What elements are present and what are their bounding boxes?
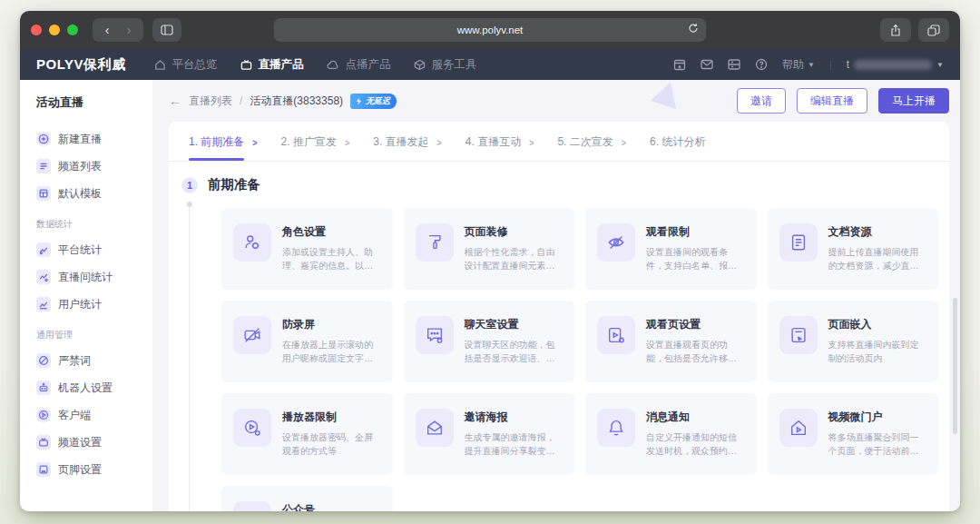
- sidebar-item-robot-settings[interactable]: 机器人设置: [36, 374, 143, 401]
- sidebar-item-platform-stats[interactable]: 平台统计: [36, 236, 143, 263]
- history-nav-group: ‹ ›: [93, 18, 143, 42]
- card-desc: 将多场直播聚合到同一个页面，便于活动前期的宣发...: [828, 430, 927, 458]
- sidebar-item-new-live[interactable]: 新建直播: [36, 125, 143, 153]
- tab-preparation[interactable]: 1. 前期准备>: [189, 122, 258, 161]
- archive-icon[interactable]: [673, 59, 686, 71]
- card-title: 视频微门户: [828, 410, 927, 425]
- nav-label: 直播产品: [258, 57, 303, 73]
- live-tv-icon: [240, 59, 252, 71]
- breadcrumb-current: 活动直播(3833358): [250, 94, 343, 109]
- sidebar-item-default-template[interactable]: 默认模板: [36, 180, 143, 207]
- sidebar-toggle-button[interactable]: [152, 18, 181, 42]
- tab-live-launch[interactable]: 3. 直播发起>: [373, 122, 442, 161]
- share-icon: [889, 24, 902, 37]
- card-player-restriction[interactable]: 播放器限制设置播放器密码、全屏观看的方式等: [221, 393, 393, 475]
- breadcrumb-separator: /: [240, 94, 242, 107]
- sidebar-item-channel-list[interactable]: 频道列表: [36, 153, 143, 180]
- robot-icon: [36, 381, 51, 395]
- timeline-dot: [187, 202, 192, 207]
- breadcrumb-live-list[interactable]: 直播列表: [189, 94, 232, 109]
- nav-item-platform-overview[interactable]: 平台总览: [154, 57, 217, 73]
- section-number-badge: 1: [181, 177, 198, 193]
- browser-forward-button[interactable]: ›: [118, 23, 140, 37]
- card-document-resource[interactable]: 文档资源提前上传直播期间使用的文档资源，减少直播中的失...: [768, 208, 939, 290]
- mail-icon[interactable]: [701, 59, 713, 70]
- card-wechat-official[interactable]: 公众号适用于直播间引流至公众号或客服，沉淀用户至私域...: [221, 486, 393, 511]
- sidebar-item-client[interactable]: 客户端: [36, 401, 143, 429]
- template-icon: [36, 186, 51, 201]
- player-restriction-icon: [233, 409, 271, 447]
- sidebar-item-label: 用户统计: [58, 297, 102, 312]
- plus-circle-icon: [36, 132, 51, 146]
- reload-icon[interactable]: [688, 23, 699, 34]
- card-video-portal[interactable]: 视频微门户将多场直播聚合到同一个页面，便于活动前期的宣发...: [768, 393, 939, 475]
- polyv-logo[interactable]: POLYV保利威: [36, 56, 125, 74]
- chevron-right-icon: >: [622, 137, 626, 148]
- account-menu[interactable]: t ▼: [847, 58, 944, 71]
- card-page-decoration[interactable]: 页面装修根据个性化需求，自由设计配置直播间元素。支持自...: [404, 208, 575, 290]
- address-bar[interactable]: www.polyv.net: [274, 18, 707, 42]
- nav-item-service-tools[interactable]: 服务工具: [414, 57, 476, 73]
- nav-item-live-products[interactable]: 直播产品: [240, 57, 303, 73]
- toolbox-icon: [414, 59, 426, 71]
- sidebar: 活动直播 新建直播 频道列表 默认模板 数据统计 平台统计: [20, 80, 152, 511]
- traffic-lights: [31, 25, 78, 35]
- tab-live-interaction[interactable]: 4. 直播互动>: [466, 122, 534, 161]
- sidebar-item-channel-settings[interactable]: 频道设置: [36, 429, 143, 456]
- chevron-right-icon: >: [345, 137, 349, 148]
- card-message-notification[interactable]: 消息通知自定义开播通知的短信发送时机，观众预约直播后，...: [585, 393, 757, 475]
- card-title: 页面嵌入: [828, 317, 927, 332]
- card-title: 聊天室设置: [465, 317, 564, 332]
- help-circle-icon[interactable]: [755, 58, 768, 71]
- card-page-embed[interactable]: 页面嵌入支持将直播间内嵌到定制的活动页内: [768, 301, 939, 382]
- sidebar-item-footer-settings[interactable]: 页脚设置: [36, 456, 143, 483]
- card-watch-restriction[interactable]: 观看限制设置直播间的观看条件，支持白名单、报名观看、验...: [585, 208, 757, 290]
- card-desc: 设置播放器密码、全屏观看的方式等: [282, 430, 381, 458]
- document-resource-icon: [779, 223, 818, 262]
- close-window-button[interactable]: [31, 25, 42, 35]
- invite-poster-icon: [416, 409, 454, 447]
- share-button[interactable]: [880, 18, 911, 42]
- card-anti-record[interactable]: 防录屏在播放器上显示滚动的用户昵称或固定文字，达到防...: [221, 301, 393, 382]
- watch-restriction-icon: [597, 223, 635, 262]
- card-title: 公众号: [282, 502, 381, 511]
- sidebar-item-user-stats[interactable]: 用户统计: [36, 291, 143, 318]
- main-scrollbar[interactable]: [953, 298, 957, 434]
- card-watch-page-settings[interactable]: 观看页设置设置直播观看页的功能，包括是否允许移动端观看等: [585, 301, 757, 382]
- tab-overview-button[interactable]: [918, 18, 949, 42]
- sidebar-group-general-management: 通用管理: [36, 329, 143, 341]
- browser-back-button[interactable]: ‹: [96, 23, 118, 37]
- tab-statistics[interactable]: 6. 统计分析: [650, 122, 705, 161]
- card-chatroom-settings[interactable]: 聊天室设置设置聊天区的功能，包括是否显示欢迎语、是否支持...: [404, 301, 575, 382]
- help-menu[interactable]: 帮助▼: [782, 57, 815, 73]
- minimize-window-button[interactable]: [49, 25, 60, 35]
- video-portal-icon: [779, 409, 818, 447]
- sidebar-item-label: 机器人设置: [58, 381, 113, 396]
- card-invite-poster[interactable]: 邀请海报生成专属的邀请海报，提升直播间分享裂变的效果: [404, 393, 575, 475]
- tab-promotion[interactable]: 2. 推广宣发>: [281, 122, 350, 161]
- help-label: 帮助: [782, 57, 804, 73]
- sidebar-item-room-stats[interactable]: 直播间统计: [36, 263, 143, 291]
- nav-item-vod-products[interactable]: 点播产品: [327, 57, 390, 73]
- wechat-official-icon: [233, 501, 271, 511]
- sidebar-item-banned-words[interactable]: 严禁词: [36, 347, 143, 374]
- edit-live-button[interactable]: 编辑直播: [797, 88, 867, 114]
- card-title: 页面装修: [465, 224, 564, 240]
- invite-button[interactable]: 邀请: [737, 88, 786, 114]
- sidebar-title: 活动直播: [36, 94, 143, 111]
- nav-label: 平台总览: [172, 57, 217, 73]
- card-role-settings[interactable]: 角色设置添加或设置主持人、助理、嘉宾的信息。以及新增助...: [221, 208, 393, 290]
- tab-overview-icon: [927, 25, 940, 36]
- console-icon[interactable]: [728, 59, 740, 70]
- main-content: ← 直播列表 / 活动直播(3833358) 无延迟 邀请 编辑直播 马上开播: [152, 80, 960, 511]
- card-desc: 设置直播间的观看条件，支持白名单、报名观看、验...: [646, 245, 745, 272]
- zoom-window-button[interactable]: [67, 25, 78, 35]
- app-body: 活动直播 新建直播 频道列表 默认模板 数据统计 平台统计: [20, 80, 960, 511]
- card-desc: 在播放器上显示滚动的用户昵称或固定文字，达到防...: [282, 338, 381, 365]
- card-title: 角色设置: [282, 224, 381, 240]
- card-title: 文档资源: [828, 224, 927, 240]
- back-arrow-icon[interactable]: ←: [169, 94, 181, 108]
- tab-second-promotion[interactable]: 5. 二次宣发>: [557, 122, 626, 161]
- start-live-button[interactable]: 马上开播: [878, 88, 949, 114]
- card-title: 消息通知: [646, 410, 745, 425]
